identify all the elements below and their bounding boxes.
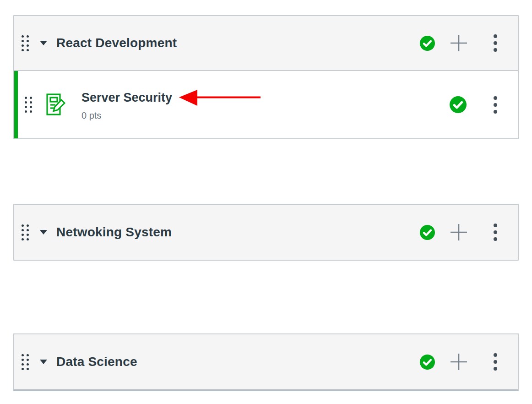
module-header-actions — [420, 33, 498, 53]
chevron-down-icon[interactable] — [40, 230, 47, 235]
add-item-button[interactable] — [450, 224, 467, 241]
quiz-icon — [45, 93, 68, 117]
module-item-server-security: Server Security 0 pts — [14, 71, 518, 138]
published-check-icon[interactable] — [420, 225, 435, 240]
plus-icon — [450, 353, 467, 371]
module-card-data-science: Data Science — [13, 333, 519, 391]
chevron-down-icon[interactable] — [40, 41, 47, 45]
item-menu-button[interactable] — [493, 95, 498, 115]
item-points-label: 0 pts — [81, 110, 261, 121]
drag-handle-icon[interactable] — [22, 354, 29, 370]
module-header-actions — [420, 223, 498, 242]
drag-handle-icon[interactable] — [25, 97, 32, 113]
module-title: Netwoking System — [56, 225, 172, 240]
kebab-icon — [494, 353, 497, 357]
published-check-icon[interactable] — [450, 96, 467, 113]
modules-page: React Development — [0, 0, 532, 404]
module-header-actions — [420, 352, 498, 371]
kebab-icon — [494, 96, 497, 100]
drag-handle-icon[interactable] — [22, 224, 29, 240]
red-arrow-annotation-icon — [179, 89, 261, 107]
module-menu-button[interactable] — [493, 33, 498, 53]
module-title: React Development — [56, 36, 177, 50]
published-check-icon[interactable] — [420, 355, 435, 370]
module-header: Data Science — [14, 334, 518, 389]
module-menu-button[interactable] — [493, 223, 498, 242]
module-title: Data Science — [56, 355, 137, 369]
chevron-down-icon[interactable] — [40, 360, 47, 364]
item-title-link[interactable]: Server Security — [81, 91, 172, 105]
kebab-icon — [494, 34, 497, 38]
module-card-react-development: React Development — [13, 15, 519, 139]
item-actions — [450, 95, 498, 115]
drag-handle-icon[interactable] — [22, 35, 29, 51]
plus-icon — [450, 34, 467, 52]
module-header: React Development — [14, 16, 518, 71]
published-check-icon[interactable] — [420, 36, 435, 51]
add-item-button[interactable] — [450, 34, 467, 52]
module-card-netwoking-system: Netwoking System — [13, 204, 519, 261]
module-menu-button[interactable] — [493, 352, 498, 371]
module-header: Netwoking System — [14, 205, 518, 260]
kebab-icon — [494, 224, 497, 227]
plus-icon — [450, 224, 467, 241]
item-text-block: Server Security 0 pts — [81, 89, 261, 121]
add-item-button[interactable] — [450, 353, 467, 371]
